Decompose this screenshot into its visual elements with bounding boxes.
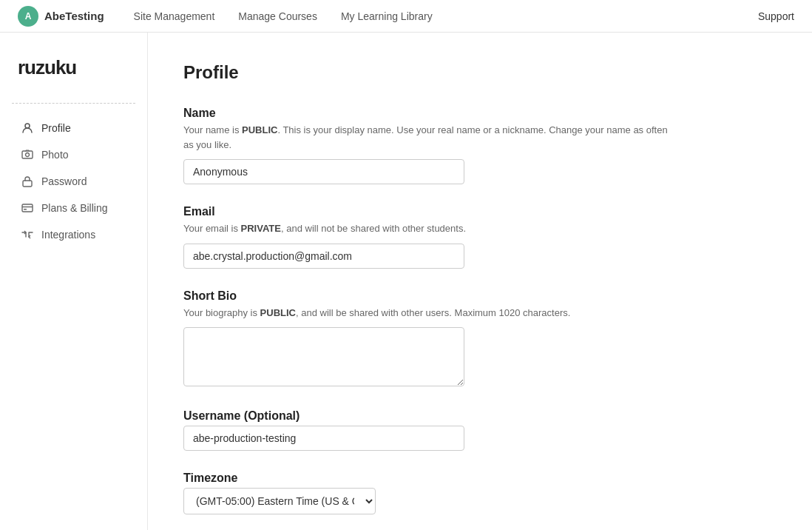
short-bio-section: Short Bio Your biography is PUBLIC, and …: [183, 289, 674, 389]
name-desc: Your name is PUBLIC. This is your displa…: [183, 123, 674, 152]
sidebar-item-password[interactable]: Password: [12, 169, 135, 194]
sidebar-item-plans-billing[interactable]: Plans & Billing: [12, 195, 135, 221]
svg-point-0: [25, 124, 30, 128]
sidebar-divider: [12, 103, 135, 104]
nav-support[interactable]: Support: [758, 10, 794, 22]
sidebar-profile-label: Profile: [41, 122, 71, 134]
email-section: Email Your email is PRIVATE, and will no…: [183, 205, 674, 269]
main-content: Profile Name Your name is PUBLIC. This i…: [148, 33, 710, 530]
page-layout: ruzuku Profile Photo: [0, 33, 812, 530]
short-bio-desc: Your biography is PUBLIC, and will be sh…: [183, 306, 674, 321]
nav-brand[interactable]: A AbeTesting: [18, 6, 104, 27]
short-bio-textarea[interactable]: [183, 327, 464, 386]
nav-manage-courses[interactable]: Manage Courses: [238, 10, 317, 22]
timezone-section: Timezone (GMT-05:00) Eastern Time (US & …: [183, 472, 674, 514]
short-bio-title: Short Bio: [183, 289, 674, 303]
bio-visibility: PUBLIC: [260, 307, 296, 318]
svg-point-2: [26, 153, 30, 157]
email-visibility: PRIVATE: [241, 223, 281, 234]
billing-icon: [21, 201, 34, 215]
username-input[interactable]: [183, 426, 464, 451]
sidebar-item-photo[interactable]: Photo: [12, 142, 135, 167]
username-title: Username (Optional): [183, 409, 674, 423]
logo-text: ruzuku: [18, 56, 76, 78]
svg-rect-3: [23, 181, 32, 187]
profile-icon: [21, 121, 34, 135]
nav-links: Site Management Manage Courses My Learni…: [134, 10, 433, 22]
svg-rect-6: [24, 209, 27, 210]
name-title: Name: [183, 107, 674, 120]
email-input[interactable]: [183, 244, 464, 269]
name-section: Name Your name is PUBLIC. This is your d…: [183, 107, 674, 184]
sidebar-billing-label: Plans & Billing: [41, 202, 108, 214]
username-section: Username (Optional): [183, 409, 674, 451]
name-input[interactable]: [183, 159, 464, 184]
photo-icon: [21, 148, 34, 161]
top-nav: A AbeTesting Site Management Manage Cour…: [0, 0, 812, 33]
timezone-title: Timezone: [183, 472, 674, 485]
svg-rect-4: [22, 204, 33, 212]
integrations-icon: [21, 228, 34, 241]
user-avatar: A: [18, 6, 38, 27]
sidebar-integrations-label: Integrations: [41, 229, 95, 241]
nav-brand-label: AbeTesting: [44, 10, 104, 22]
sidebar: ruzuku Profile Photo: [0, 33, 148, 530]
sidebar-password-label: Password: [41, 175, 87, 187]
sidebar-item-profile[interactable]: Profile: [12, 115, 135, 141]
lock-icon: [21, 175, 34, 188]
name-visibility: PUBLIC: [242, 124, 277, 135]
nav-my-learning-library[interactable]: My Learning Library: [341, 10, 433, 22]
svg-rect-1: [22, 151, 33, 158]
nav-site-management[interactable]: Site Management: [134, 10, 215, 22]
email-title: Email: [183, 205, 674, 218]
sidebar-photo-label: Photo: [41, 149, 69, 161]
email-desc: Your email is PRIVATE, and will not be s…: [183, 221, 674, 236]
page-title: Profile: [183, 62, 674, 83]
sidebar-item-integrations[interactable]: Integrations: [12, 222, 135, 247]
sidebar-logo: ruzuku: [12, 56, 135, 79]
timezone-select[interactable]: (GMT-05:00) Eastern Time (US & Canada): [183, 488, 376, 514]
